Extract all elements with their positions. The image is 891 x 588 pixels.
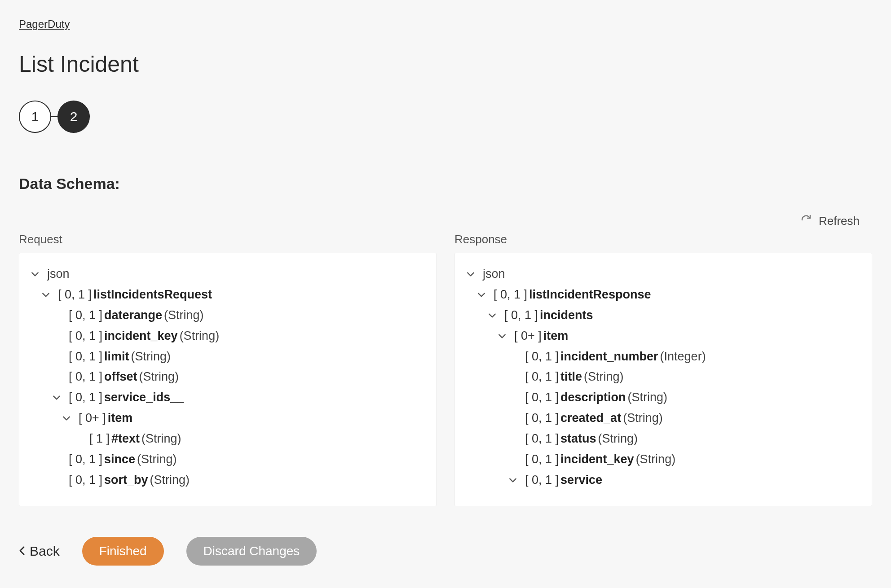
stepper: 1 2 [19,101,872,133]
response-tree-row[interactable]: [ 0, 1 ] incidents [488,305,860,326]
request-tree-row[interactable]: [ 0, 1 ] service_ids__ [53,387,424,408]
step-1[interactable]: 1 [19,101,51,133]
request-tree-row[interactable]: [ 0, 1 ] daterange(String) [53,305,424,326]
refresh-label: Refresh [819,214,860,228]
node-type: (String) [584,367,624,387]
cardinality-label: [ 0, 1 ] [525,408,559,429]
response-tree-row[interactable]: [ 0, 1 ] status(String) [509,429,860,449]
cardinality-label: [ 0, 1 ] [525,347,559,367]
node-type: (String) [636,449,676,470]
node-name: incident_key [560,449,634,470]
response-column: Response json[ 0, 1 ] listIncidentRespon… [454,233,872,506]
node-type: (String) [141,429,181,449]
node-name: listIncidentsRequest [93,285,212,305]
breadcrumb: PagerDuty [19,18,872,31]
cardinality-label: [ 0, 1 ] [494,285,527,305]
request-tree-row[interactable]: [ 0, 1 ] sort_by(String) [53,470,424,491]
node-name: daterange [104,305,162,326]
response-tree-row[interactable]: [ 0, 1 ] incident_key(String) [509,449,860,470]
cardinality-label: [ 0, 1 ] [69,305,102,326]
request-tree-row[interactable]: [ 0, 1 ] incident_key(String) [53,326,424,347]
node-type: (String) [150,470,190,491]
request-column: Request json[ 0, 1 ] listIncidentsReques… [19,233,437,506]
chevron-down-icon[interactable] [488,312,504,320]
step-connector [51,116,57,117]
node-name: status [560,429,596,449]
response-tree-row[interactable]: json [467,264,860,285]
cardinality-label: [ 0+ ] [514,326,542,347]
breadcrumb-link-pagerduty[interactable]: PagerDuty [19,18,70,30]
cardinality-label: [ 0, 1 ] [69,347,102,367]
cardinality-label: [ 0, 1 ] [525,429,559,449]
discard-changes-button[interactable]: Discard Changes [186,537,317,566]
node-name: service [560,470,602,491]
request-tree-row[interactable]: [ 0, 1 ] offset(String) [53,367,424,387]
node-name: sort_by [104,470,148,491]
node-type: (String) [180,326,220,347]
node-name: item [543,326,569,347]
request-tree-row[interactable]: [ 0, 1 ] since(String) [53,449,424,470]
node-name: since [104,449,135,470]
back-button[interactable]: Back [19,544,60,559]
response-tree-row[interactable]: [ 0, 1 ] description(String) [509,387,860,408]
chevron-down-icon[interactable] [477,291,494,299]
request-tree-row[interactable]: json [31,264,424,285]
request-tree-row[interactable]: [ 0, 1 ] listIncidentsRequest [42,285,424,305]
node-name: incident_number [560,347,658,367]
refresh-icon [801,214,812,228]
node-type: (String) [137,449,177,470]
cardinality-label: [ 0, 1 ] [69,387,102,408]
node-name: #text [111,429,140,449]
cardinality-label: [ 0, 1 ] [525,470,559,491]
back-label: Back [30,544,60,559]
page-title: List Incident [19,51,872,77]
response-schema-panel: json[ 0, 1 ] listIncidentResponse[ 0, 1 … [454,253,872,506]
chevron-down-icon[interactable] [62,414,79,422]
cardinality-label: [ 0, 1 ] [69,470,102,491]
cardinality-label: [ 0, 1 ] [69,367,102,387]
response-tree-row[interactable]: [ 0, 1 ] listIncidentResponse [477,285,860,305]
response-tree-row[interactable]: [ 0+ ] item [498,326,860,347]
cardinality-label: [ 0, 1 ] [525,387,559,408]
chevron-down-icon[interactable] [467,270,483,278]
finished-button[interactable]: Finished [82,537,164,566]
response-tree-row[interactable]: [ 0, 1 ] incident_number(Integer) [509,347,860,367]
request-tree-row[interactable]: [ 1 ] #text(String) [73,429,424,449]
chevron-down-icon[interactable] [31,270,47,278]
chevron-left-icon [19,544,25,559]
chevron-down-icon[interactable] [42,291,58,299]
response-tree-row[interactable]: [ 0, 1 ] service [509,470,860,491]
request-schema-panel: json[ 0, 1 ] listIncidentsRequest[ 0, 1 … [19,253,437,506]
node-name: service_ids__ [104,387,184,408]
node-type: (String) [164,305,204,326]
node-name: limit [104,347,129,367]
cardinality-label: [ 0, 1 ] [58,285,92,305]
cardinality-label: [ 0, 1 ] [525,367,559,387]
chevron-down-icon[interactable] [509,476,525,484]
step-2[interactable]: 2 [57,101,90,133]
node-type: (String) [598,429,638,449]
chevron-down-icon[interactable] [498,332,514,340]
cardinality-label: [ 0, 1 ] [525,449,559,470]
node-name: created_at [560,408,621,429]
response-tree-row[interactable]: [ 0, 1 ] title(String) [509,367,860,387]
request-tree-row[interactable]: [ 0+ ] item [62,408,424,429]
node-type: (Integer) [660,347,706,367]
bottom-action-bar: Back Finished Discard Changes [19,537,872,566]
request-tree-row[interactable]: [ 0, 1 ] limit(String) [53,347,424,367]
node-name: description [560,387,626,408]
cardinality-label: [ 1 ] [89,429,110,449]
node-type: (String) [623,408,663,429]
node-name: incident_key [104,326,178,347]
response-column-label: Response [454,233,872,246]
node-type: (String) [628,387,668,408]
refresh-button[interactable]: Refresh [801,214,860,228]
cardinality-label: [ 0, 1 ] [504,305,538,326]
node-name: json [483,264,505,285]
node-name: incidents [540,305,593,326]
node-name: item [108,408,133,429]
node-name: json [47,264,70,285]
chevron-down-icon[interactable] [53,394,69,402]
response-tree-row[interactable]: [ 0, 1 ] created_at(String) [509,408,860,429]
cardinality-label: [ 0+ ] [79,408,106,429]
